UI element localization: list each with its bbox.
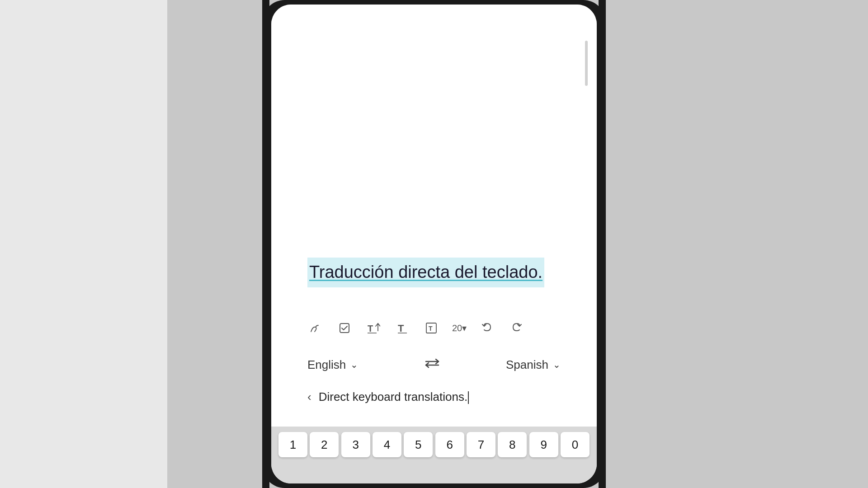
input-area: ‹ Direct keyboard translations.: [307, 385, 561, 409]
toolbar: T T T: [307, 314, 561, 342]
source-lang-label: English: [307, 358, 346, 372]
redo-button[interactable]: [508, 320, 524, 336]
bottom-keyboard-row: [271, 461, 597, 483]
target-lang-selector[interactable]: Spanish ⌄: [506, 358, 561, 372]
keyboard-area: 1 2 3 4 5 6 7 8 9 0: [271, 427, 597, 483]
svg-text:T: T: [368, 324, 373, 333]
text-cursor: [468, 391, 469, 404]
text-box-icon[interactable]: T: [423, 320, 439, 336]
key-2[interactable]: 2: [310, 432, 339, 457]
svg-text:T: T: [429, 325, 433, 332]
target-lang-chevron: ⌄: [553, 359, 561, 370]
key-5[interactable]: 5: [404, 432, 433, 457]
key-7[interactable]: 7: [467, 432, 495, 457]
document-area: Traducción directa del teclado.: [271, 5, 597, 427]
key-4[interactable]: 4: [373, 432, 401, 457]
key-1[interactable]: 1: [278, 432, 307, 457]
svg-text:T: T: [398, 323, 404, 334]
text-size-icon[interactable]: T: [365, 320, 382, 336]
key-9[interactable]: 9: [529, 432, 558, 457]
phone-frame: Traducción directa del teclado.: [262, 0, 606, 488]
input-text-content: Direct keyboard translations.: [319, 390, 467, 404]
number-row: 1 2 3 4 5 6 7 8 9 0: [271, 427, 597, 461]
screen-border-right: [599, 0, 606, 488]
target-lang-label: Spanish: [506, 358, 548, 372]
translation-bar: English ⌄ Spanish ⌄: [307, 352, 561, 377]
handwriting-icon[interactable]: [307, 320, 324, 336]
swap-languages-button[interactable]: [424, 357, 440, 373]
source-lang-selector[interactable]: English ⌄: [307, 358, 358, 372]
screen-border-left: [262, 0, 269, 488]
translated-text: Traducción directa del teclado.: [307, 258, 544, 287]
back-arrow-button[interactable]: ‹: [307, 390, 311, 404]
checkbox-icon[interactable]: [336, 320, 353, 336]
phone-screen: Traducción directa del teclado.: [271, 5, 597, 483]
key-6[interactable]: 6: [435, 432, 464, 457]
undo-button[interactable]: [479, 320, 495, 336]
key-8[interactable]: 8: [498, 432, 527, 457]
left-side-panel: [0, 0, 167, 488]
key-3[interactable]: 3: [341, 432, 370, 457]
input-text[interactable]: Direct keyboard translations.: [319, 390, 561, 404]
font-size-label: 20▾: [452, 323, 467, 333]
font-size-selector[interactable]: 20▾: [452, 323, 467, 333]
scrollbar[interactable]: [585, 41, 588, 86]
source-lang-chevron: ⌄: [350, 359, 358, 370]
text-icon[interactable]: T: [394, 320, 410, 336]
key-0[interactable]: 0: [561, 432, 590, 457]
